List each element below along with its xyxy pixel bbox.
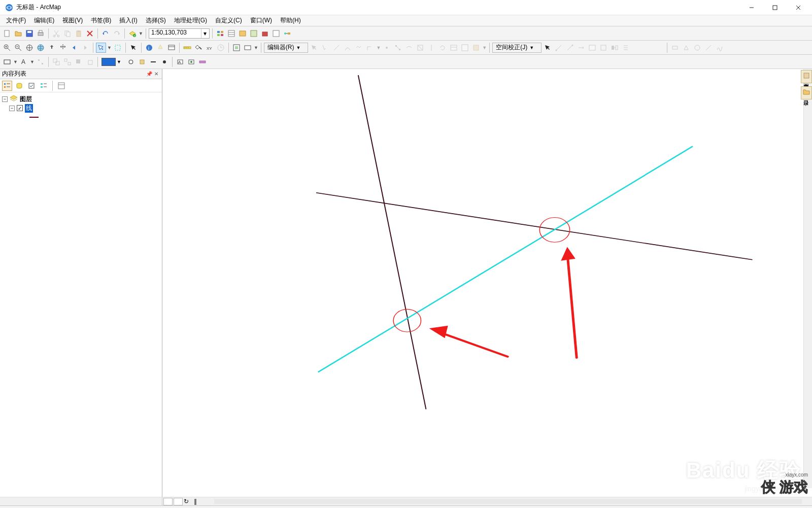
reshape-button[interactable] [404, 43, 414, 53]
split-button[interactable] [426, 43, 436, 53]
symbol-selector-1[interactable] [126, 57, 136, 67]
collapse-icon[interactable]: − [9, 106, 15, 111]
modelbuilder-button[interactable] [282, 28, 292, 39]
drawing-tool-menu-3[interactable] [197, 57, 208, 67]
editor-dropdown[interactable]: 编辑器(R) ▼ [264, 43, 309, 53]
sa-identity-link-button[interactable] [565, 43, 575, 53]
sa-edge-match-button[interactable] [598, 43, 608, 53]
catalog-tab[interactable]: 目录 [801, 86, 812, 99]
fill-color-swatch[interactable]: ▼ [101, 58, 116, 66]
sa-view-links-button[interactable] [587, 43, 597, 53]
edit-tool-button[interactable] [309, 43, 319, 53]
end-point-arc-button[interactable] [343, 43, 353, 53]
sa-displacement-button[interactable] [576, 43, 586, 53]
tree-root-row[interactable]: − 图层 [2, 94, 160, 104]
html-popup-button[interactable] [166, 43, 177, 53]
paste-button[interactable] [74, 28, 84, 39]
find-button[interactable] [193, 43, 204, 53]
save-button[interactable] [24, 28, 35, 39]
rotate-button[interactable] [437, 43, 448, 53]
sa-select-button[interactable] [543, 43, 553, 53]
search-button[interactable] [249, 28, 259, 39]
close-icon[interactable]: ✕ [153, 71, 160, 78]
edit-vertices-button[interactable] [393, 43, 403, 53]
sa-tool-2[interactable] [643, 43, 653, 53]
find-route-button[interactable]: XY [205, 43, 215, 53]
measure-button[interactable] [182, 43, 192, 53]
menu-file[interactable]: 文件(F) [2, 15, 30, 26]
sa-tool-1[interactable] [632, 43, 642, 53]
vertical-scrollbar[interactable] [803, 69, 812, 488]
layer-checkbox[interactable]: ✓ [17, 105, 23, 111]
layout-view-tab[interactable] [174, 498, 183, 505]
right-angle-button[interactable] [365, 43, 375, 53]
close-button[interactable] [787, 0, 810, 15]
draw-tool-2[interactable] [737, 43, 747, 53]
menu-selection[interactable]: 选择(S) [142, 15, 170, 26]
scale-dropdown-icon[interactable]: ▾ [201, 29, 209, 38]
zoom-out-button[interactable] [13, 43, 23, 53]
arctoolbox-button[interactable] [260, 28, 270, 39]
draw-circle-button[interactable] [692, 43, 702, 53]
refresh-button[interactable]: ↻ [184, 498, 193, 505]
open-button[interactable] [13, 28, 23, 39]
sketch-properties-button[interactable] [460, 43, 470, 53]
python-button[interactable] [271, 28, 281, 39]
sa-tool-3[interactable] [654, 43, 664, 53]
menu-insert[interactable]: 插入(I) [115, 15, 141, 26]
fixed-zoom-in-button[interactable] [47, 43, 57, 53]
draw-new-rectangle-button[interactable] [2, 57, 12, 67]
horizontal-scrollbar[interactable] [214, 499, 802, 504]
redo-button[interactable] [112, 28, 122, 39]
pan-button[interactable] [24, 43, 35, 53]
symbol-selector-4[interactable] [159, 57, 170, 67]
sa-attribute-transfer-button[interactable] [610, 43, 620, 53]
sa-link-button[interactable] [554, 43, 564, 53]
cut-polygons-button[interactable] [415, 43, 425, 53]
clear-selection-button[interactable] [113, 43, 123, 53]
delete-button[interactable] [85, 28, 95, 39]
bring-front-button[interactable] [74, 57, 84, 67]
catalog-button[interactable] [238, 28, 248, 39]
edit-vertices-draw-button[interactable] [36, 57, 46, 67]
draw-tool-4[interactable] [759, 43, 769, 53]
zoom-in-button[interactable] [2, 43, 12, 53]
sa-arrows-button[interactable] [621, 43, 631, 53]
ungroup-button[interactable] [62, 57, 73, 67]
spatial-adjustment-dropdown[interactable]: 空间校正(J) ▼ [492, 43, 542, 53]
prev-extent-button[interactable] [69, 43, 79, 53]
symbol-selector-3[interactable] [148, 57, 158, 67]
straight-segment-button[interactable] [331, 43, 342, 53]
cut-button[interactable] [51, 28, 61, 39]
menu-edit[interactable]: 编辑(E) [30, 15, 58, 26]
next-extent-button[interactable] [80, 43, 90, 53]
draw-freehand-button[interactable] [715, 43, 725, 53]
list-by-source-button[interactable] [14, 81, 24, 91]
table-of-contents-button[interactable] [226, 28, 236, 39]
edit-annotation-button[interactable] [320, 43, 330, 53]
menu-geoprocessing[interactable]: 地理处理(G) [170, 15, 211, 26]
list-by-drawing-order-button[interactable] [2, 81, 12, 91]
draw-rectangle-button[interactable] [670, 43, 680, 53]
fixed-zoom-out-button[interactable] [58, 43, 68, 53]
draw-tool-3[interactable] [748, 43, 758, 53]
new-button[interactable] [2, 28, 12, 39]
copy-button[interactable] [62, 28, 73, 39]
group-button[interactable] [51, 57, 61, 67]
create-features-button[interactable] [471, 43, 481, 53]
editor-toolbar-button[interactable] [215, 28, 225, 39]
layer-symbol-row[interactable] [29, 113, 160, 122]
data-view-tab[interactable] [163, 498, 173, 505]
draw-polygon-button[interactable] [681, 43, 691, 53]
draw-tool-1[interactable] [726, 43, 736, 53]
draw-text-button[interactable]: A [19, 57, 29, 67]
print-button[interactable] [36, 28, 46, 39]
draw-line-button[interactable] [703, 43, 714, 53]
list-by-selection-button[interactable] [39, 81, 49, 91]
menu-customize[interactable]: 自定义(C) [211, 15, 246, 26]
create-viewer-window-button[interactable] [231, 43, 242, 53]
map-canvas[interactable] [162, 69, 812, 497]
minimize-button[interactable] [740, 0, 763, 15]
drawing-tool-menu-1[interactable]: A [175, 57, 185, 67]
pin-icon[interactable]: 📌 [146, 71, 153, 78]
